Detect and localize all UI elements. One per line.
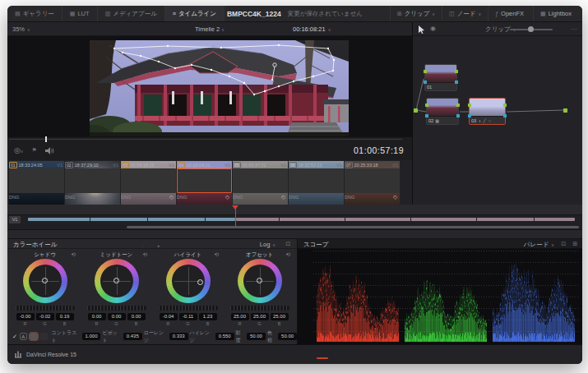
wheel-page-button[interactable]: [39, 333, 48, 340]
param-value[interactable]: 0.550: [215, 333, 234, 340]
clip-image[interactable]: [177, 168, 232, 193]
red-value[interactable]: 25.00: [231, 313, 249, 320]
corrector-node[interactable]: 02 ▦: [426, 98, 459, 125]
clip-image[interactable]: [9, 168, 64, 193]
wheels-settings-icon[interactable]: ⊡: [285, 241, 290, 247]
scope-mode-dropdown[interactable]: パレード ∨: [524, 241, 554, 249]
clip-image[interactable]: [65, 168, 120, 193]
param-value[interactable]: 0.333: [169, 333, 188, 340]
wheel-master-slider[interactable]: [159, 306, 218, 311]
corrector-node[interactable]: 03 ◑ ╱ ○: [469, 98, 506, 125]
audio-mute-icon[interactable]: [45, 147, 54, 154]
playhead-marker-icon[interactable]: [232, 205, 238, 210]
power-window-overlay[interactable]: [90, 40, 349, 136]
blue-value[interactable]: 0.19: [56, 313, 74, 320]
clip-image[interactable]: [233, 168, 288, 193]
clip-image[interactable]: [289, 168, 344, 193]
node-key-output-dot[interactable]: [455, 81, 458, 84]
node-key-input-dot[interactable]: [425, 114, 428, 117]
scope-expand-icon[interactable]: ⊡: [561, 241, 566, 247]
wheel-indicator[interactable]: [113, 278, 119, 283]
clip-thumbnail[interactable]: 06 18:32:52:13 V1 DNG: [289, 161, 344, 205]
node-output-dot[interactable]: [503, 104, 507, 107]
wheel-reset-icon[interactable]: ⟲: [215, 251, 219, 258]
toolbar-lightbox-button[interactable]: ▦ Lightbox: [533, 6, 581, 21]
wheel-master-slider[interactable]: [87, 306, 146, 311]
timeline-track[interactable]: V1: [7, 215, 582, 225]
node-output-dot[interactable]: [456, 104, 460, 107]
toolbar-lut-button[interactable]: ▦ LUT: [63, 6, 98, 21]
node-key-output-dot[interactable]: [456, 114, 460, 117]
blue-value[interactable]: 1.23: [199, 313, 217, 320]
flag-icon[interactable]: ⚑: [32, 147, 37, 154]
green-value[interactable]: 25.00: [251, 313, 269, 320]
node-input-dot[interactable]: [468, 104, 471, 107]
node-input-dot[interactable]: [424, 70, 427, 73]
node-key-input-dot[interactable]: [468, 114, 471, 117]
auto-balance-icon[interactable]: A: [20, 333, 27, 340]
clip-thumbnail[interactable]: 03 00:04:18:15 V1 DNG ◇: [121, 161, 176, 205]
wheel-inner[interactable]: [243, 265, 276, 297]
red-value[interactable]: -0.00: [16, 313, 35, 320]
wheel-inner[interactable]: [100, 265, 133, 297]
toolbar-node-button[interactable]: ◫ ノード ∨: [442, 6, 488, 21]
wheel-indicator[interactable]: [197, 279, 203, 285]
red-value[interactable]: 0.00: [88, 313, 106, 320]
green-value[interactable]: 0.00: [108, 313, 126, 320]
wheel-inner[interactable]: [29, 265, 62, 297]
green-value[interactable]: -0.02: [36, 313, 54, 320]
viewer-scrub-bar[interactable]: [9, 139, 402, 140]
wheel-indicator[interactable]: [42, 278, 48, 283]
blue-value[interactable]: 0.00: [127, 313, 146, 320]
source-output-dot[interactable]: [414, 108, 418, 113]
clip-thumbnail[interactable]: 04 00:16:08:21 V1 DNG ◇: [177, 161, 232, 205]
wheel-ring[interactable]: [95, 259, 139, 303]
wheel-ring[interactable]: [238, 259, 282, 303]
param-value[interactable]: 50.00: [278, 333, 297, 340]
custom-curves-icon[interactable]: ✓: [12, 334, 17, 340]
color-dot-icon[interactable]: ◉: [430, 25, 436, 32]
param-value[interactable]: 50.00: [247, 333, 266, 340]
node-tree-output-dot[interactable]: [563, 108, 567, 113]
viewer-canvas[interactable]: [7, 36, 412, 137]
cursor-tool-icon[interactable]: [419, 25, 425, 34]
wheel-reset-icon[interactable]: ⟲: [72, 251, 76, 258]
timeline-name-dropdown[interactable]: Timelie 2 ∨: [7, 25, 412, 33]
wheel-ring[interactable]: [23, 259, 67, 303]
wheel-master-slider[interactable]: [16, 306, 75, 311]
clip-thumbnail[interactable]: 02 18:37:29:10 V1 DNG: [65, 161, 120, 205]
wheel-indicator[interactable]: [257, 278, 262, 283]
timeline-clips-segment-selected[interactable]: [236, 218, 575, 221]
scope-options-icon[interactable]: ⊞: [572, 241, 577, 247]
toolbar-timeline-button[interactable]: ≡ タイムライン: [165, 6, 225, 21]
timeline-ruler[interactable]: [7, 205, 582, 215]
node-graph-canvas[interactable]: 01 02 ▦ 03 ◑ ╱ ○: [413, 36, 582, 205]
node-input-dot[interactable]: [425, 104, 428, 107]
wheel-mode-dropdown[interactable]: Log ∨: [260, 241, 275, 248]
corrector-node[interactable]: 01: [424, 64, 457, 91]
red-value[interactable]: -0.04: [160, 313, 178, 320]
slider-knob[interactable]: [528, 26, 534, 32]
node-key-output-dot[interactable]: [503, 114, 507, 117]
green-value[interactable]: -0.11: [179, 313, 197, 320]
toolbar-gallery-button[interactable]: ▤ ギャラリー: [7, 6, 63, 21]
clip-image[interactable]: [345, 168, 400, 193]
node-key-input-dot[interactable]: [424, 81, 427, 84]
blue-value[interactable]: 25.00: [271, 313, 289, 320]
param-value[interactable]: 0.435: [123, 333, 142, 340]
node-output-dot[interactable]: [455, 70, 458, 73]
wheel-master-slider[interactable]: [230, 306, 289, 311]
toolbar-media-pool-button[interactable]: ▥ メディアプール: [98, 6, 165, 21]
clip-timecode-dropdown[interactable]: 00:16:08:21 ∨: [293, 25, 331, 33]
jog-icon[interactable]: ◎∨: [14, 146, 24, 154]
node-zoom-slider[interactable]: [510, 29, 553, 30]
node-panel-options-icon[interactable]: ···: [572, 25, 578, 33]
timeline-scrollbar[interactable]: [127, 226, 579, 228]
wheel-inner[interactable]: [172, 265, 205, 297]
wheel-reset-icon[interactable]: ⟲: [143, 251, 147, 258]
wheel-reset-icon[interactable]: ⟲: [286, 251, 290, 258]
clip-thumbnail[interactable]: 07 20:25:33:18 V1 DNG ◇: [345, 161, 400, 205]
toolbar-clip-button[interactable]: ⊞ クリップ ∨: [390, 6, 442, 21]
clip-image[interactable]: [121, 168, 176, 193]
clip-thumbnail[interactable]: 05 00:03:37:21 V1 DNG ◇: [233, 161, 288, 205]
